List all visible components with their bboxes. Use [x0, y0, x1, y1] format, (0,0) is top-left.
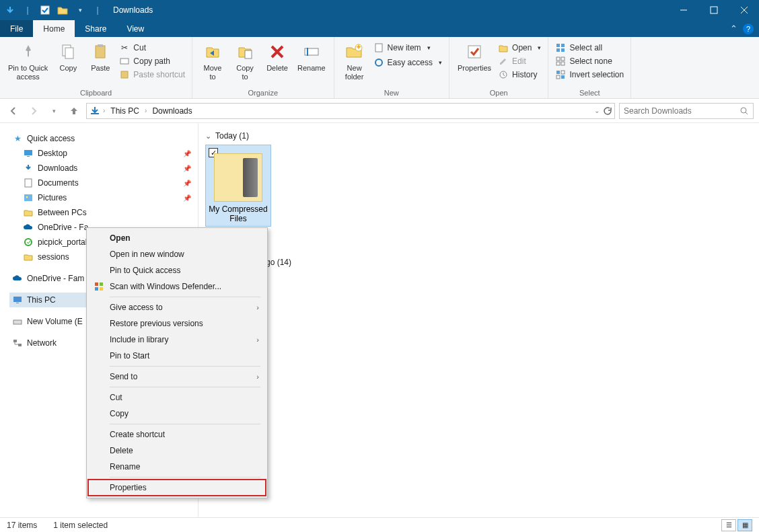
- ctx-delete[interactable]: Delete: [88, 443, 266, 459]
- svg-rect-19: [561, 48, 565, 52]
- ctx-open-new-window[interactable]: Open in new window: [88, 246, 266, 262]
- qat-dropdown-icon[interactable]: ▾: [73, 3, 87, 17]
- svg-rect-6: [120, 59, 129, 64]
- search-box[interactable]: [619, 103, 754, 119]
- edit-button[interactable]: Edit: [495, 54, 544, 68]
- close-button[interactable]: [729, 0, 759, 20]
- search-icon[interactable]: [739, 106, 749, 116]
- svg-rect-17: [561, 44, 565, 47]
- thispc-icon: [12, 295, 23, 305]
- maximize-button[interactable]: [698, 0, 729, 20]
- ctx-cut[interactable]: Cut: [88, 389, 266, 406]
- ctx-restore-versions[interactable]: Restore previous versions: [88, 315, 266, 332]
- delete-button[interactable]: Delete: [261, 40, 293, 83]
- copy-button[interactable]: Copy: [52, 40, 84, 83]
- tree-downloads[interactable]: Downloads📌: [20, 161, 194, 176]
- delete-x-icon: [266, 41, 288, 63]
- tree-between-pcs[interactable]: Between PCs: [20, 205, 194, 220]
- breadcrumb-downloads[interactable]: Downloads: [149, 105, 194, 117]
- svg-point-28: [741, 108, 746, 113]
- tree-documents[interactable]: Documents📌: [20, 176, 194, 190]
- copy-path-button[interactable]: Copy path: [116, 54, 188, 68]
- breadcrumb-thispc[interactable]: This PC: [108, 105, 142, 117]
- pin-icon: 📌: [183, 150, 191, 157]
- group-header-today[interactable]: ⌄ Today (1): [205, 131, 752, 141]
- ctx-separator: [110, 477, 260, 478]
- new-item-button[interactable]: New item▾: [371, 41, 445, 54]
- history-icon: [498, 69, 509, 80]
- ctx-rename[interactable]: Rename: [88, 459, 266, 475]
- address-dropdown[interactable]: ⌄: [594, 107, 600, 114]
- minimize-button[interactable]: [668, 0, 698, 20]
- ctx-copy[interactable]: Copy: [88, 406, 266, 422]
- select-none-button[interactable]: Select none: [552, 54, 626, 68]
- refresh-button[interactable]: [602, 106, 612, 116]
- ctx-pin-start[interactable]: Pin to Start: [88, 348, 266, 364]
- move-to-button[interactable]: Move to: [196, 40, 229, 83]
- svg-point-34: [25, 239, 32, 245]
- group-header-earlier[interactable]: go (14): [266, 258, 752, 267]
- documents-icon: [23, 178, 34, 188]
- folder-icon[interactable]: [55, 3, 70, 17]
- svg-rect-23: [561, 62, 565, 65]
- new-folder-button[interactable]: ✦ New folder: [338, 40, 371, 83]
- file-content-pane[interactable]: ⌄ Today (1) ✓ My Compressed Files go (14…: [198, 123, 759, 517]
- select-all-button[interactable]: Select all: [552, 41, 626, 54]
- back-button[interactable]: [5, 103, 22, 119]
- ctx-open[interactable]: Open: [88, 230, 266, 246]
- tab-share[interactable]: Share: [75, 20, 116, 37]
- open-button[interactable]: Open▾: [495, 41, 544, 54]
- rename-icon: [301, 41, 322, 63]
- ctx-scan-defender[interactable]: Scan with Windows Defender...: [88, 278, 266, 295]
- navigation-bar: ▾ › This PC › Downloads ⌄: [0, 99, 759, 123]
- edit-icon: [498, 56, 509, 67]
- cut-button[interactable]: ✂Cut: [116, 41, 188, 54]
- easy-access-button[interactable]: Easy access▾: [371, 56, 445, 69]
- down-arrow-icon[interactable]: [3, 3, 17, 17]
- crumb-sep-1[interactable]: ›: [145, 107, 147, 114]
- menu-bar: File Home Share View ⌃ ?: [0, 20, 759, 37]
- pin-to-quick-access-button[interactable]: Pin to Quick access: [4, 40, 52, 83]
- crumb-sep-0[interactable]: ›: [103, 107, 105, 114]
- recent-dropdown[interactable]: ▾: [46, 103, 62, 119]
- tree-desktop[interactable]: Desktop📌: [20, 146, 194, 161]
- onedrive-icon: [23, 222, 34, 233]
- ctx-include-library[interactable]: Include in library›: [88, 332, 266, 348]
- ribbon-collapse-icon[interactable]: ⌃: [730, 24, 737, 34]
- view-mode-buttons: ☰ ▦: [721, 519, 752, 531]
- forward-button[interactable]: [26, 103, 42, 119]
- icons-view-button[interactable]: ▦: [737, 519, 752, 531]
- status-bar: 17 items 1 item selected ☰ ▦: [0, 517, 759, 532]
- easy-access-icon: [373, 57, 384, 68]
- ctx-separator: [110, 366, 260, 367]
- file-item-compressed[interactable]: ✓ My Compressed Files: [205, 145, 271, 227]
- window-buttons: [668, 0, 759, 20]
- paste-shortcut-button[interactable]: Paste shortcut: [116, 68, 188, 81]
- search-input[interactable]: [624, 106, 739, 116]
- tab-home[interactable]: Home: [33, 20, 75, 37]
- rename-button[interactable]: Rename: [293, 40, 330, 83]
- ctx-properties[interactable]: Properties: [88, 480, 266, 496]
- ctx-send-to[interactable]: Send to›: [88, 369, 266, 385]
- tab-file[interactable]: File: [0, 20, 33, 37]
- ctx-pin-quick-access[interactable]: Pin to Quick access: [88, 262, 266, 278]
- properties-checkbox-icon[interactable]: [38, 3, 52, 17]
- svg-rect-35: [13, 297, 22, 302]
- qat-separator: |: [20, 3, 35, 17]
- help-icon[interactable]: ?: [743, 24, 754, 34]
- tree-pictures[interactable]: Pictures📌: [20, 190, 194, 205]
- paste-button[interactable]: Paste: [84, 40, 116, 83]
- details-view-button[interactable]: ☰: [721, 519, 736, 531]
- tab-view[interactable]: View: [116, 20, 154, 37]
- tree-quick-access[interactable]: ★Quick access: [9, 131, 194, 146]
- address-bar[interactable]: › This PC › Downloads ⌄: [86, 103, 615, 119]
- properties-button[interactable]: Properties: [454, 40, 495, 83]
- up-button[interactable]: [66, 103, 82, 119]
- ctx-give-access[interactable]: Give access to›: [88, 299, 266, 315]
- copy-to-button[interactable]: Copy to: [229, 40, 261, 83]
- ctx-separator: [110, 387, 260, 387]
- history-button[interactable]: History: [495, 68, 544, 81]
- invert-selection-button[interactable]: Invert selection: [552, 68, 626, 81]
- ctx-create-shortcut[interactable]: Create shortcut: [88, 426, 266, 443]
- open-icon: [498, 42, 509, 53]
